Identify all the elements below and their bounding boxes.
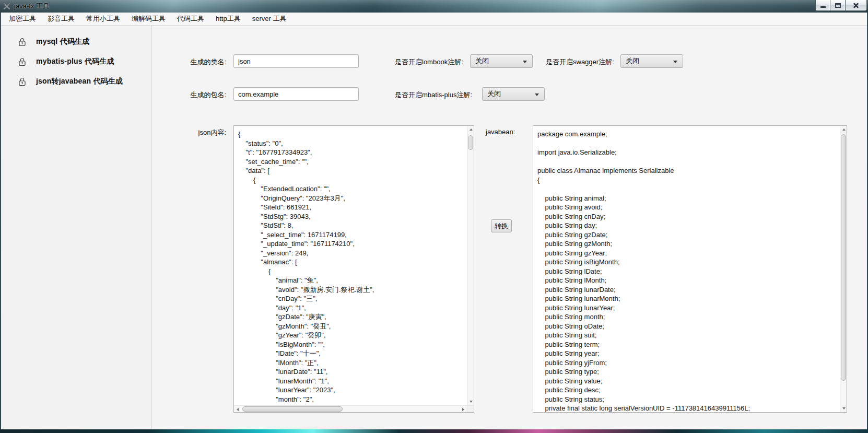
convert-button[interactable]: 转换 [491,219,512,232]
maximize-button[interactable] [830,0,845,11]
lombok-label: 是否开启lombook注解: [395,57,463,67]
json-input-textarea[interactable]: { "status": "0", "t": "1677917334923", "… [233,125,474,413]
json-input-text[interactable]: { "status": "0", "t": "1677917334923", "… [234,126,467,412]
json-content-label: json内容: [151,128,226,137]
package-name-input[interactable] [233,87,359,101]
chevron-down-icon [535,93,539,96]
json-vscroll-thumb[interactable] [468,135,473,150]
javabean-output-textarea[interactable]: package com.example; import java.io.Seri… [533,125,847,413]
sidebar-item-label: mysql 代码生成 [36,37,89,46]
minimize-button[interactable] [815,0,830,11]
class-name-input[interactable] [233,54,359,68]
swagger-label: 是否开启swagger注解: [546,57,614,67]
javabean-output-text[interactable]: package com.example; import java.io.Seri… [533,126,840,412]
json-hscroll-thumb[interactable] [242,406,343,412]
json-horizontal-scrollbar[interactable] [234,405,467,412]
scrollbar-corner [467,405,474,412]
maximize-icon [835,3,841,8]
class-name-label: 生成的类名: [151,57,226,67]
menubar: 加密工具 影音工具 常用小工具 编解码工具 代码工具 http工具 server… [1,13,867,26]
mybatis-plus-selected-value: 关闭 [487,89,501,99]
mybatis-plus-label: 是否开启mbatis-plus注解: [395,90,472,100]
window-controls [815,0,867,11]
javabean-vscroll-thumb[interactable] [841,134,846,381]
sidebar: mysql 代码生成 mybatis-plus 代码生成 [1,26,151,429]
mybatis-plus-select[interactable]: 关闭 [482,87,545,101]
close-icon [853,2,859,8]
lock-icon [18,57,26,66]
titlebar[interactable]: java-fx 工具 [0,0,868,13]
scroll-right-icon[interactable] [460,406,467,413]
sidebar-item-json-to-javabean-codegen[interactable]: json转javabean 代码生成 [1,72,151,91]
close-button[interactable] [845,0,867,11]
minimize-icon [820,6,826,8]
chevron-down-icon [673,61,677,63]
menu-common-tools[interactable]: 常用小工具 [82,13,124,25]
menu-server-tools[interactable]: server 工具 [248,13,291,25]
scroll-left-icon[interactable] [234,406,241,413]
scroll-up-icon[interactable] [840,126,847,133]
lock-icon [18,77,26,86]
sidebar-item-mybatis-plus-codegen[interactable]: mybatis-plus 代码生成 [1,52,151,72]
sidebar-item-mysql-codegen[interactable]: mysql 代码生成 [1,32,151,52]
menu-media-tools[interactable]: 影音工具 [43,13,79,25]
menu-codec-tools[interactable]: 编解码工具 [127,13,170,25]
main-area: mysql 代码生成 mybatis-plus 代码生成 [1,26,867,429]
app-tools-icon [3,2,11,10]
sidebar-item-label: mybatis-plus 代码生成 [36,57,114,66]
lock-icon [18,38,26,46]
chevron-down-icon [523,61,527,63]
scroll-up-icon[interactable] [467,126,474,133]
app-window: java-fx 工具 加密工具 影音工具 常用小工具 编解码工具 代码工具 ht… [0,0,868,433]
javabean-vertical-scrollbar[interactable] [840,126,847,412]
swagger-selected-value: 关闭 [626,56,639,66]
json-vertical-scrollbar[interactable] [467,126,474,405]
lombok-select[interactable]: 关闭 [470,54,533,68]
menu-code-tools[interactable]: 代码工具 [173,13,208,25]
package-name-label: 生成的包名: [151,90,226,100]
swagger-select[interactable]: 关闭 [620,54,683,68]
javabean-label: javabean: [486,128,515,136]
menu-encrypt-tools[interactable]: 加密工具 [5,13,40,25]
window-title: java-fx 工具 [14,2,50,11]
desktop-wallpaper-strip [0,429,868,433]
scroll-down-icon[interactable] [467,398,474,405]
lombok-selected-value: 关闭 [475,56,489,66]
menu-http-tools[interactable]: http工具 [212,13,245,25]
scroll-down-icon[interactable] [840,405,847,412]
content-panel: 生成的类名: 是否开启lombook注解: 关闭 是否开启swagger注解: … [151,26,867,429]
sidebar-item-label: json转javabean 代码生成 [36,77,123,86]
